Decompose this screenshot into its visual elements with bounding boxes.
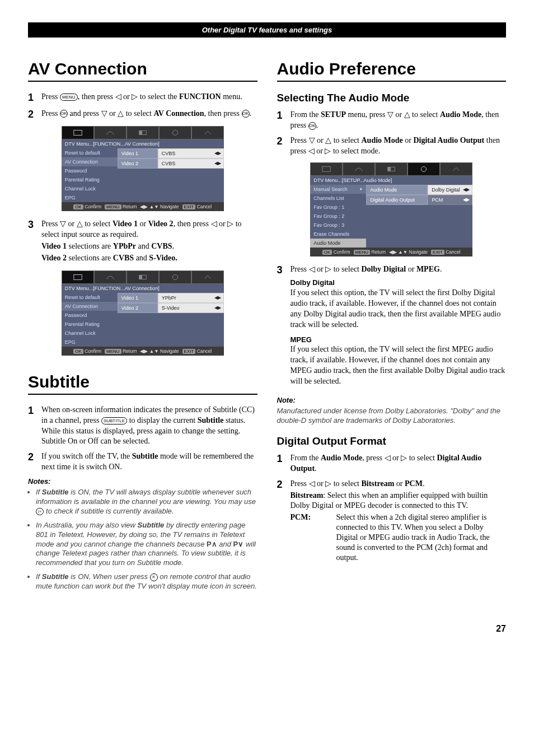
text: Subtitle (198, 416, 224, 424)
osd-menu-item: Parental Rating (62, 320, 118, 329)
osd-screenshot-1: DTV Menu...[FUNCTION...AV Connection] Re… (62, 126, 224, 211)
osd-screenshot-2: DTV Menu...[FUNCTION...AV Connection] Re… (62, 270, 224, 356)
step-number: 1 (277, 453, 291, 465)
ok-button-icon: OK (308, 122, 316, 130)
svg-point-7 (172, 274, 177, 279)
osd-row-label: Video 2 (118, 158, 158, 169)
osd-menu-item: Reset to default (62, 293, 118, 302)
note-item: In Australia, you may also view Subtitle… (36, 521, 257, 568)
step-number: 3 (277, 264, 291, 277)
text: or (406, 265, 416, 273)
text: to display the current (127, 416, 198, 424)
step-number: 2 (28, 451, 41, 464)
text: MPEG (416, 265, 440, 273)
osd-tab-icon (94, 270, 127, 284)
digital-output-heading: Digital Output Format (277, 435, 507, 447)
step-number: 2 (28, 109, 41, 121)
osd-tab-icon (407, 162, 440, 176)
text: AV Connection (153, 109, 204, 118)
text: menu, press ▽ or △ to select (346, 110, 440, 119)
text: Press ▽ or △ to select (41, 220, 113, 228)
notes-heading: Notes: (28, 477, 257, 486)
text: Audio Mode (440, 110, 481, 119)
subtitle-button-icon: SUBTITLE (101, 417, 127, 424)
osd-screenshot-3: DTV Menu...[SETUP...Audio Mode] Manual S… (310, 162, 472, 256)
text: or (403, 136, 414, 144)
osd-menu-item: EPG (62, 338, 118, 347)
step-number: 1 (277, 110, 291, 122)
text: From the (291, 110, 321, 119)
av-step-1: 1 Press MENU, then press ◁ or ▷ to selec… (28, 92, 257, 104)
osd-menu-item: Fav Group : 2 (310, 212, 366, 221)
osd-tab-icon (440, 162, 472, 176)
text: or (138, 220, 148, 228)
text: . (440, 265, 442, 273)
text: Digital Audio Output (413, 136, 484, 144)
text: CVBS (151, 242, 172, 250)
text: , then press ◁ or ▷ to select the (78, 92, 179, 101)
osd-tab-icon (159, 270, 191, 284)
content-columns: AV Connection 1 Press MENU, then press ◁… (28, 57, 506, 596)
osd-tab-icon (310, 162, 343, 176)
osd-breadcrumb: DTV Menu...[FUNCTION...AV Connection] (62, 284, 224, 293)
osd-tab-icon (94, 126, 127, 139)
osd-menu-item: EPG (62, 193, 118, 202)
svg-rect-0 (74, 130, 82, 136)
osd-menu-item: Password (62, 166, 118, 175)
osd-row-label: Audio Mode (366, 185, 428, 195)
osd-row-value: YPbPr◀▶ (158, 293, 224, 303)
subtitle-title: Subtitle (28, 372, 257, 395)
text: FUNCTION (179, 92, 221, 101)
text: Video 1 (41, 242, 67, 250)
ok-button-icon: OK (60, 110, 68, 118)
osd-hint-bar: OK Confirm MENU Return ◀▶ ▲▼ Navigate EX… (62, 202, 224, 211)
text: . (315, 464, 317, 473)
osd-menu-list: Reset to default AV Connection Password … (62, 293, 118, 347)
osd-menu-item: Erase Channels (310, 230, 366, 239)
text: Press ◁ or ▷ to select (291, 479, 362, 488)
av-step-3: 3 Press ▽ or △ to select Video 1 or Vide… (28, 219, 257, 265)
osd-menu-item: Parental Rating (62, 175, 118, 184)
svg-rect-6 (139, 275, 142, 279)
osd-tab-icon (62, 126, 94, 139)
svg-rect-10 (388, 167, 391, 171)
av-step-2: 2 Press OK and press ▽ or △ to select AV… (28, 109, 257, 121)
left-column: AV Connection 1 Press MENU, then press ◁… (28, 57, 257, 596)
osd-tab-icon (159, 126, 191, 139)
audio-step-2: 2 Press ▽ or △ to select Audio Mode or D… (277, 136, 507, 157)
osd-menu-list: Manual Search▲ Channels List Fav Group :… (310, 185, 366, 248)
audio-step-3: 3 Press ◁ or ▷ to select Dolby Digital o… (277, 264, 507, 391)
note-item: If Subtitle is ON, the TV will always di… (36, 488, 257, 516)
subtitle-step-2: 2 If you switch off the TV, the Subtitle… (28, 451, 257, 473)
text: Press (41, 109, 60, 118)
text: Video 1 (113, 220, 138, 228)
text: Press (41, 92, 60, 101)
osd-row-label: Video 2 (118, 303, 158, 313)
text: Press ▽ or △ to select (291, 136, 362, 144)
step-number: 2 (277, 136, 291, 148)
text: . (172, 242, 175, 250)
page-number: 27 (28, 624, 506, 634)
osd-tab-icon (191, 126, 224, 139)
osd-menu-item: Fav Group : 1 (310, 203, 366, 212)
text: and (136, 242, 151, 250)
bitstream-def: Bitstream Bitstream: Select this when an… (291, 491, 507, 511)
osd-menu-item: AV Connection (62, 302, 118, 311)
notes-list: If Subtitle is ON, the TV will always di… (28, 488, 257, 591)
text: Audio Mode (321, 454, 362, 462)
svg-rect-4 (74, 274, 82, 279)
osd-breadcrumb: DTV Menu...[FUNCTION...AV Connection] (62, 139, 224, 148)
step-number: 2 (277, 479, 291, 491)
osd-row-value: S-Video◀▶ (158, 303, 224, 313)
osd-row-label: Video 1 (118, 293, 158, 303)
osd-tab-icon (191, 270, 224, 284)
osd-menu-item: Channel Lock (62, 329, 118, 338)
osd-row-value: PCM◀▶ (428, 195, 472, 205)
svg-point-11 (421, 166, 427, 171)
text: Bitstream (361, 479, 394, 488)
text: and (134, 254, 149, 262)
text: Dolby Digital (361, 265, 406, 273)
text: . (423, 479, 425, 488)
osd-row-value: CVBS◀▶ (158, 158, 224, 169)
text: or (394, 479, 405, 488)
